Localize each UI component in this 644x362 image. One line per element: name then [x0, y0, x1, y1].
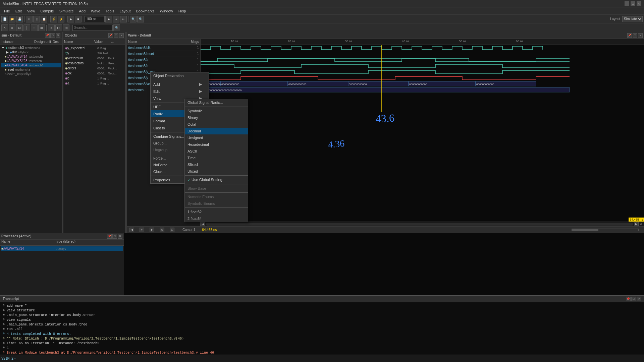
- tb-run[interactable]: ▶: [105, 16, 112, 22]
- menu-layout[interactable]: Layout: [117, 8, 133, 14]
- menu-help[interactable]: Help: [176, 8, 189, 14]
- instance-row-always28[interactable]: ■ #ALWAYS#28 testbench3: [1, 59, 61, 63]
- transcript-pin[interactable]: 📌: [626, 297, 631, 301]
- wave-panel-pin[interactable]: 📌: [627, 33, 632, 38]
- instance-panel-close[interactable]: ✕: [56, 33, 60, 38]
- ctx-item-object-declaration[interactable]: Object Declaration: [151, 72, 209, 79]
- radix-use-global[interactable]: ✓ Use Global Setting: [185, 176, 248, 183]
- radix-time[interactable]: Time: [185, 155, 248, 161]
- signal-clk[interactable]: /testbench3/clk 1: [127, 45, 200, 51]
- menu-simulate[interactable]: Simulate: [57, 8, 76, 14]
- search-input[interactable]: [72, 25, 113, 31]
- menu-wave[interactable]: Wave: [88, 8, 103, 14]
- tb2-prev[interactable]: ⏮: [63, 24, 69, 31]
- scroll-expand[interactable]: ⊕: [640, 223, 643, 226]
- tb-cut[interactable]: ✂: [26, 16, 33, 22]
- tb-paste[interactable]: 📋: [41, 16, 47, 22]
- tb-open[interactable]: 📂: [9, 16, 15, 22]
- tb2-insert[interactable]: ⊞: [38, 24, 45, 31]
- wave-panel-expand[interactable]: □: [633, 33, 637, 38]
- tb-zoom-out[interactable]: 🔍: [137, 16, 144, 22]
- wave-bottom-btn5[interactable]: ⊡: [170, 228, 174, 232]
- transcript-close[interactable]: ✕: [637, 297, 641, 301]
- radix-sfixed[interactable]: Sfixed: [185, 161, 248, 168]
- wave-bottom-btn4[interactable]: ⊕: [160, 228, 164, 232]
- menu-add[interactable]: Add: [76, 8, 89, 14]
- maximize-button[interactable]: □: [631, 1, 635, 6]
- radix-float32[interactable]: 1 float32: [185, 208, 248, 215]
- radix-ufixed[interactable]: Ufixed: [185, 168, 248, 175]
- menu-tools[interactable]: Tools: [103, 8, 117, 14]
- menu-file[interactable]: File: [1, 8, 13, 14]
- objects-panel-close[interactable]: ✕: [119, 33, 124, 38]
- menu-compile[interactable]: Compile: [38, 8, 56, 14]
- radix-ascii[interactable]: ASCII: [185, 148, 248, 155]
- processes-expand[interactable]: □: [112, 234, 117, 239]
- menu-edit[interactable]: Edit: [13, 8, 24, 14]
- ctx-item-add[interactable]: Add ▶: [151, 81, 209, 88]
- radix-octal[interactable]: Octal: [185, 121, 248, 128]
- minimize-button[interactable]: ─: [625, 1, 629, 6]
- radix-float64[interactable]: 2 float64: [185, 215, 248, 222]
- tb-zoom-in[interactable]: 🔍: [130, 16, 137, 22]
- menu-window[interactable]: Window: [157, 8, 176, 14]
- obj-row-testvectors[interactable]: ◈ testvectors Not L... Fixe...: [64, 61, 124, 66]
- obj-row-a[interactable]: ◈ a 1 Regi...: [64, 81, 124, 86]
- instance-row-dut[interactable]: ▶ ◆ dut sillyfunc...: [1, 50, 61, 54]
- scroll-left[interactable]: ◀: [201, 222, 205, 227]
- tb-save[interactable]: 💾: [16, 16, 23, 22]
- tb-back[interactable]: ⇤: [120, 16, 127, 22]
- radix-global-signal[interactable]: Global Signal Radix...: [185, 99, 248, 106]
- radix-symbolic[interactable]: Symbolic: [185, 108, 248, 114]
- menu-bookmarks[interactable]: Bookmarks: [133, 8, 157, 14]
- obj-row-clk[interactable]: ◈ clk 0000... Regi...: [64, 71, 124, 76]
- processes-close[interactable]: ✕: [118, 234, 122, 239]
- tb-compile[interactable]: ⚡: [50, 16, 57, 22]
- signal-a[interactable]: /testbench3/a 1: [127, 57, 200, 63]
- close-button[interactable]: ✕: [637, 1, 641, 6]
- wave-bottom-btn1[interactable]: ◀: [129, 228, 134, 232]
- scroll-track[interactable]: [206, 223, 633, 226]
- layout-select[interactable]: Simulate: [622, 16, 643, 22]
- tb-copy[interactable]: ⎘: [33, 16, 40, 22]
- radix-unsigned[interactable]: Unsigned: [185, 134, 248, 141]
- obj-row-y[interactable]: ◇ y St0 Net: [64, 51, 124, 56]
- obj-row-y-expected[interactable]: ◈ y_expected 0 Regi...: [64, 46, 124, 51]
- tb2-cursor[interactable]: ┼: [23, 24, 30, 31]
- radix-hexadecimal[interactable]: Hexadecimal: [185, 141, 248, 148]
- transcript-command-input[interactable]: [17, 357, 643, 360]
- radix-binary[interactable]: Binary: [185, 114, 248, 121]
- process-row-always34[interactable]: ■ #ALWAYS#34 Always: [1, 246, 123, 251]
- instance-panel-expand[interactable]: □: [50, 33, 55, 38]
- menu-view[interactable]: View: [24, 8, 38, 14]
- tb-new[interactable]: 📄: [1, 16, 8, 22]
- wave-bottom-btn3[interactable]: ▶: [150, 228, 154, 232]
- ctx-item-edit[interactable]: Edit ▶: [151, 88, 209, 95]
- instance-row-vsim[interactable]: ○ #vsim_capacity#: [1, 72, 61, 76]
- processes-pin[interactable]: 📌: [107, 234, 112, 239]
- tb-step[interactable]: ⇥: [113, 16, 119, 22]
- time-input[interactable]: [85, 16, 105, 22]
- tb-sim-stop[interactable]: ■: [75, 16, 82, 22]
- objects-panel-expand[interactable]: □: [114, 33, 118, 38]
- obj-row-errors[interactable]: ◈ errors 0000... Pack...: [64, 66, 124, 71]
- wave-scroll-h[interactable]: [572, 229, 639, 231]
- tb2-zoom[interactable]: ⊕: [9, 24, 15, 31]
- tb2-search[interactable]: 🔍: [113, 24, 120, 31]
- radix-decimal[interactable]: Decimal: [185, 128, 248, 134]
- instance-row-always14[interactable]: ■ #ALWAYS#14 testbench3: [1, 54, 61, 59]
- tb2-run-all[interactable]: ⏵: [48, 24, 55, 31]
- tb-compile2[interactable]: ⚡: [58, 16, 64, 22]
- scroll-right[interactable]: ▶: [634, 222, 639, 227]
- obj-row-b[interactable]: ◈ b 1 Regi...: [64, 76, 124, 81]
- tb2-zoomfit[interactable]: ⊡: [16, 24, 23, 31]
- instance-row-always34[interactable]: ■ #ALWAYS#34 testbench3: [1, 63, 61, 67]
- transcript-expand[interactable]: □: [631, 297, 636, 301]
- wave-bottom-btn2[interactable]: ●: [140, 228, 144, 232]
- obj-row-vectornum[interactable]: ◈ vectornum 0000... Pack...: [64, 56, 124, 61]
- signal-b[interactable]: /testbench3/b 1: [127, 63, 200, 69]
- tb-sim-start[interactable]: ▶: [67, 16, 74, 22]
- instance-row-reset[interactable]: ■ reset testbench3: [1, 67, 61, 72]
- objects-panel-pin[interactable]: 📌: [108, 33, 113, 38]
- tb2-step2[interactable]: ⏭: [55, 24, 62, 31]
